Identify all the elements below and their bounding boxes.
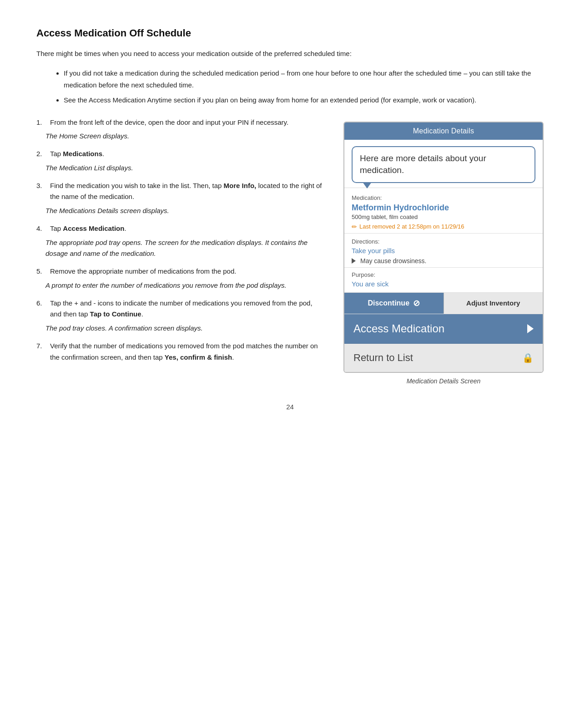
medication-label: Medication: bbox=[352, 194, 535, 201]
directions-sub-text: May cause drowsiness. bbox=[360, 257, 427, 265]
directions-section: Directions: Take your pills May cause dr… bbox=[344, 234, 543, 268]
step-5-italic: A prompt to enter the number of medicati… bbox=[45, 280, 325, 291]
step-1-italic: The Home Screen displays. bbox=[45, 131, 325, 142]
action-bar: Discontinue ⊘ Adjust Inventory bbox=[344, 293, 543, 314]
triangle-icon bbox=[352, 258, 356, 264]
step-1: 1. From the front left of the device, op… bbox=[36, 117, 325, 143]
step-2-italic: The Medication List displays. bbox=[45, 163, 325, 174]
step-7-bold: Yes, confirm & finish bbox=[165, 353, 232, 361]
step-1-text: From the front left of the device, open … bbox=[50, 117, 288, 128]
page-title: Access Medication Off Schedule bbox=[36, 27, 544, 39]
discontinue-label: Discontinue bbox=[368, 299, 409, 307]
step-3: 3. Find the medication you wish to take … bbox=[36, 180, 325, 217]
medication-name: Metformin Hydrochloride bbox=[352, 203, 535, 213]
step-4-number: 4. bbox=[36, 223, 47, 234]
main-layout: 1. From the front left of the device, op… bbox=[36, 117, 544, 385]
purpose-section: Purpose: You are sick bbox=[344, 268, 543, 293]
step-3-italic: The Medications Details screen displays. bbox=[45, 205, 325, 217]
bullet-item-1: If you did not take a medication during … bbox=[64, 67, 544, 91]
purpose-value: You are sick bbox=[352, 280, 535, 288]
step-5: 5. Remove the appropriate number of medi… bbox=[36, 266, 325, 291]
screen-caption: Medication Details Screen bbox=[343, 377, 544, 385]
step-6-italic: The pod tray closes. A confirmation scre… bbox=[45, 323, 325, 334]
step-4-bold: Access Medication bbox=[63, 224, 124, 232]
access-medication-label: Access Medication bbox=[353, 322, 444, 335]
bullet-list: If you did not take a medication during … bbox=[64, 67, 544, 106]
step-4-italic: The appropriate pod tray opens. The scre… bbox=[45, 237, 325, 260]
step-6-text: Tap the + and - icons to indicate the nu… bbox=[50, 298, 325, 321]
return-to-list-button[interactable]: Return to List 🔒 bbox=[344, 344, 543, 372]
step-7-number: 7. bbox=[36, 341, 47, 363]
step-4: 4. Tap Access Medication. The appropriat… bbox=[36, 223, 325, 260]
med-details-header: Medication Details bbox=[344, 122, 543, 140]
step-6-number: 6. bbox=[36, 298, 47, 321]
step-7: 7. Verify that the number of medications… bbox=[36, 341, 325, 363]
pencil-icon: ✏ bbox=[352, 223, 357, 230]
step-5-number: 5. bbox=[36, 266, 47, 277]
adjust-inventory-label: Adjust Inventory bbox=[466, 299, 520, 307]
access-medication-button[interactable]: Access Medication bbox=[344, 314, 543, 344]
step-6: 6. Tap the + and - icons to indicate the… bbox=[36, 298, 325, 334]
directions-label: Directions: bbox=[352, 238, 535, 245]
step-1-number: 1. bbox=[36, 117, 47, 128]
step-6-bold: Tap to Continue bbox=[90, 310, 141, 318]
lock-icon: 🔒 bbox=[522, 352, 534, 363]
last-removed: ✏ Last removed 2 at 12:58pm on 11/29/16 bbox=[352, 223, 535, 230]
intro-text: There might be times when you need to ac… bbox=[36, 48, 544, 59]
discontinue-icon: ⊘ bbox=[413, 298, 420, 308]
step-2: 2. Tap Medications. The Medication List … bbox=[36, 148, 325, 174]
chevron-right-icon bbox=[527, 324, 534, 333]
discontinue-button[interactable]: Discontinue ⊘ bbox=[344, 293, 444, 314]
step-5-text: Remove the appropriate number of medicat… bbox=[50, 266, 236, 277]
page-number: 24 bbox=[36, 403, 544, 411]
step-2-number: 2. bbox=[36, 148, 47, 160]
last-removed-text: Last removed 2 at 12:58pm on 11/29/16 bbox=[359, 223, 464, 230]
directions-value: Take your pills bbox=[352, 247, 535, 255]
directions-sub: May cause drowsiness. bbox=[352, 257, 535, 265]
instructions-column: 1. From the front left of the device, op… bbox=[36, 117, 325, 370]
adjust-inventory-button[interactable]: Adjust Inventory bbox=[444, 293, 543, 314]
med-info-section: Medication: Metformin Hydrochloride 500m… bbox=[344, 188, 543, 234]
step-3-bold: More Info, bbox=[224, 182, 257, 189]
medication-details-screen: Medication Details Here are more details… bbox=[343, 122, 544, 373]
step-2-bold: Medications bbox=[63, 150, 102, 158]
return-to-list-label: Return to List bbox=[353, 352, 413, 364]
step-7-text: Verify that the number of medications yo… bbox=[50, 341, 325, 363]
step-3-number: 3. bbox=[36, 180, 47, 203]
bullet-item-2: See the Access Medication Anytime sectio… bbox=[64, 94, 544, 106]
step-3-text: Find the medication you wish to take in … bbox=[50, 180, 325, 203]
steps-list: 1. From the front left of the device, op… bbox=[36, 117, 325, 363]
purpose-label: Purpose: bbox=[352, 271, 535, 278]
device-column: Medication Details Here are more details… bbox=[343, 122, 544, 385]
speech-bubble-area: Here are more details about your medicat… bbox=[344, 140, 543, 188]
speech-bubble: Here are more details about your medicat… bbox=[352, 146, 535, 183]
medication-subname: 500mg tablet, film coated bbox=[352, 214, 535, 220]
step-4-text: Tap Access Medication. bbox=[50, 223, 126, 234]
step-2-text: Tap Medications. bbox=[50, 148, 104, 160]
